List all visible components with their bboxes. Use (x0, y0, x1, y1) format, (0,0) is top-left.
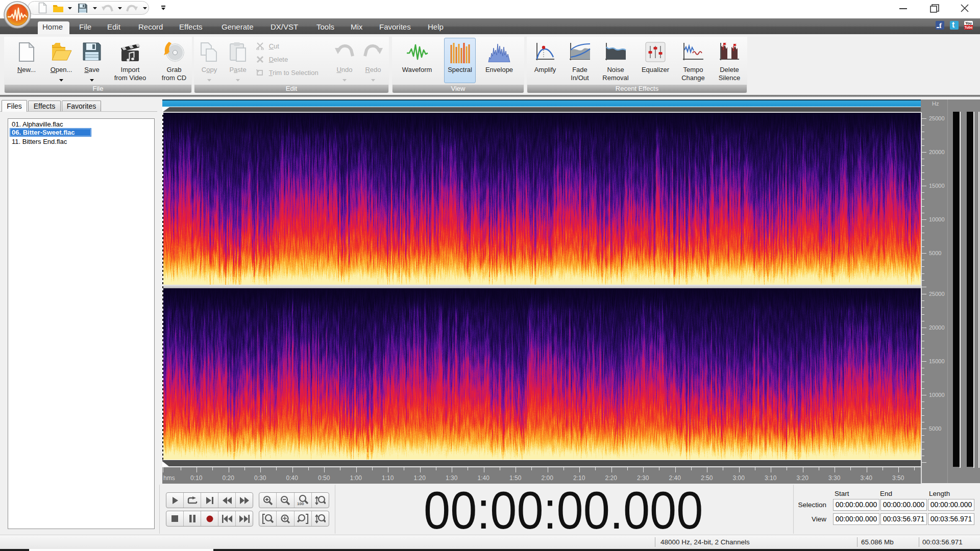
svg-text:100: 100 (297, 502, 304, 506)
